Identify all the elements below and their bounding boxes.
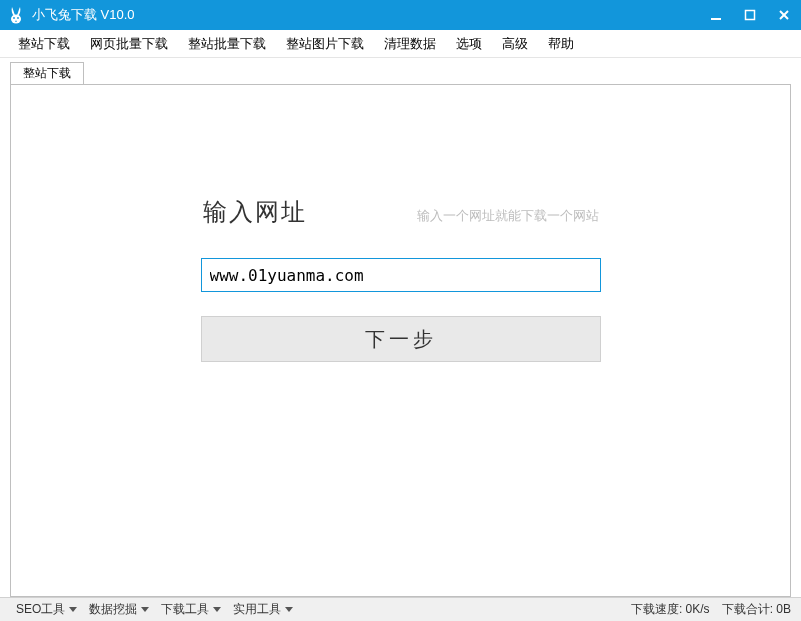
tool-utility[interactable]: 实用工具 (227, 601, 299, 618)
main-panel: 输入网址 输入一个网址就能下载一个网站 下一步 (10, 84, 791, 597)
total-value: 0B (776, 602, 791, 616)
tool-utility-label: 实用工具 (233, 601, 281, 618)
menubar: 整站下载 网页批量下载 整站批量下载 整站图片下载 清理数据 选项 高级 帮助 (0, 30, 801, 58)
menu-help[interactable]: 帮助 (538, 30, 584, 58)
subheading-label: 输入一个网址就能下载一个网站 (417, 207, 599, 225)
speed-value: 0K/s (686, 602, 710, 616)
app-title: 小飞兔下载 V10.0 (32, 0, 699, 30)
statusbar: SEO工具 数据挖掘 下载工具 实用工具 下载速度: 0K/s 下载合计: 0B (0, 597, 801, 621)
tool-seo[interactable]: SEO工具 (10, 601, 83, 618)
svg-rect-4 (746, 11, 755, 20)
input-block: 输入网址 输入一个网址就能下载一个网站 下一步 (201, 196, 601, 362)
minimize-button[interactable] (699, 0, 733, 30)
chevron-down-icon (141, 607, 149, 612)
heading-row: 输入网址 输入一个网址就能下载一个网站 (201, 196, 601, 228)
tool-data-mining-label: 数据挖掘 (89, 601, 137, 618)
tool-download[interactable]: 下载工具 (155, 601, 227, 618)
speed-label: 下载速度: (631, 602, 682, 616)
menu-options[interactable]: 选项 (446, 30, 492, 58)
svg-point-0 (11, 15, 21, 24)
download-speed: 下载速度: 0K/s (631, 601, 710, 618)
maximize-button[interactable] (733, 0, 767, 30)
tool-data-mining[interactable]: 数据挖掘 (83, 601, 155, 618)
next-button[interactable]: 下一步 (201, 316, 601, 362)
total-label: 下载合计: (722, 602, 773, 616)
url-input[interactable] (201, 258, 601, 292)
menu-site-image-download[interactable]: 整站图片下载 (276, 30, 374, 58)
chevron-down-icon (285, 607, 293, 612)
statusbar-tools: SEO工具 数据挖掘 下载工具 实用工具 (10, 601, 299, 618)
close-button[interactable] (767, 0, 801, 30)
menu-site-batch-download[interactable]: 整站批量下载 (178, 30, 276, 58)
menu-clear-data[interactable]: 清理数据 (374, 30, 446, 58)
download-total: 下载合计: 0B (722, 601, 791, 618)
window-controls (699, 0, 801, 30)
menu-page-batch-download[interactable]: 网页批量下载 (80, 30, 178, 58)
chevron-down-icon (213, 607, 221, 612)
heading-label: 输入网址 (203, 196, 307, 228)
svg-point-1 (13, 17, 15, 19)
rabbit-icon (6, 5, 26, 25)
menu-advanced[interactable]: 高级 (492, 30, 538, 58)
tool-download-label: 下载工具 (161, 601, 209, 618)
statusbar-info: 下载速度: 0K/s 下载合计: 0B (631, 601, 791, 618)
titlebar: 小飞兔下载 V10.0 (0, 0, 801, 30)
tool-seo-label: SEO工具 (16, 601, 65, 618)
tab-site-download[interactable]: 整站下载 (10, 62, 84, 84)
svg-point-2 (17, 17, 19, 19)
menu-site-download[interactable]: 整站下载 (8, 30, 80, 58)
tab-strip: 整站下载 (0, 58, 801, 84)
chevron-down-icon (69, 607, 77, 612)
